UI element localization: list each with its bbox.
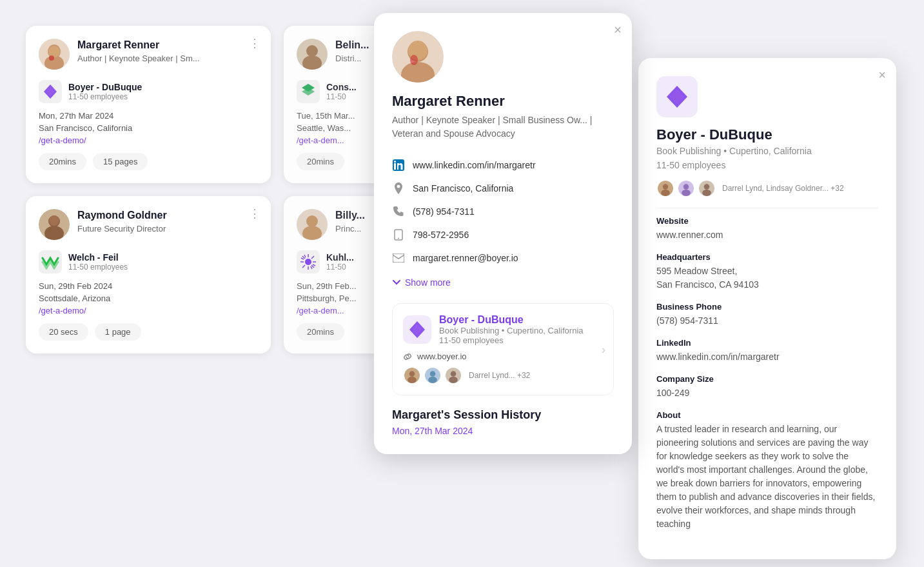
svg-point-46: [428, 377, 437, 383]
card-1-title: Author | Keynote Speaker | Sm...: [77, 54, 200, 63]
svg-point-57: [704, 184, 710, 190]
svg-point-15: [306, 215, 318, 227]
card-1-footer: 20mins 15 pages: [39, 153, 258, 170]
company-detail-name: Boyer - DuBuque: [656, 126, 878, 143]
phone-icon: [392, 205, 405, 218]
card-1-pages: 15 pages: [93, 153, 148, 170]
card-2-name: Belin...: [335, 39, 369, 52]
email-icon: [392, 252, 405, 264]
business-phone-value: (578) 954-7311: [656, 314, 878, 328]
popup-company-logo: [403, 315, 431, 344]
svg-point-54: [683, 184, 689, 190]
contact-phone-row: (578) 954-7311: [392, 200, 614, 223]
card-4-name: Billy...: [335, 209, 365, 223]
linkedin-icon: [392, 159, 405, 172]
business-phone-label: Business Phone: [656, 302, 878, 312]
show-more-label: Show more: [405, 277, 451, 288]
popup-person-avatar: [392, 31, 444, 83]
card-1-date: Mon, 27th Mar 2024: [39, 111, 258, 121]
card-margaret-renner[interactable]: Margaret Renner Author | Keynote Speaker…: [26, 26, 271, 183]
purple-diamond-icon: [41, 83, 59, 101]
card-1-company-name: Boyer - DuBuque: [68, 82, 142, 92]
contact-email-value: margaret.renner@boyer.io: [413, 253, 518, 263]
card-raymond[interactable]: Raymond Goldner Future Security Director…: [26, 196, 271, 353]
svg-point-6: [306, 45, 318, 57]
svg-point-49: [449, 377, 458, 383]
svg-point-37: [394, 161, 396, 163]
contact-linkedin-value: www.linkedin.com/in/margaretr: [413, 160, 536, 170]
svg-line-28: [301, 258, 304, 259]
emp-avatar-3: [444, 366, 462, 384]
popup-company-panel: × Boyer - DuBuque Book Publishing • Cupe…: [638, 58, 896, 559]
card-3-dots[interactable]: ⋮: [249, 206, 260, 221]
popup-person-close-button[interactable]: ×: [614, 23, 622, 36]
svg-point-34: [410, 55, 418, 65]
popup-person: × Margaret Renner Author | Keynote Speak…: [374, 13, 632, 454]
svg-point-3: [48, 46, 60, 57]
svg-marker-9: [302, 88, 315, 95]
link-icon: [403, 352, 412, 361]
card-2-duration: 20mins: [297, 153, 344, 170]
company-detail-emp-count: Darrel Lynd, Lindsay Goldner... +32: [722, 184, 844, 193]
session-history-title: Margaret's Session History: [392, 408, 614, 422]
show-more-button[interactable]: Show more: [392, 272, 451, 293]
avatar-belinda: [297, 39, 328, 70]
card-3-link[interactable]: /get-a-demo/: [39, 306, 258, 315]
svg-line-26: [304, 255, 306, 257]
popup-company-close-button[interactable]: ×: [878, 68, 886, 81]
company-detail-logo-icon: [664, 84, 690, 110]
card-3-company-name: Welch - Feil: [68, 252, 128, 263]
website-section: Website www.renner.com: [656, 216, 878, 242]
headquarters-section: Headquarters 595 Meadow Street,San Franc…: [656, 252, 878, 292]
website-label: Website: [656, 216, 878, 226]
svg-point-4: [49, 55, 54, 61]
svg-line-24: [311, 256, 314, 259]
company-emp-2: [677, 179, 695, 197]
card-4-company-name: Kuhl...: [326, 252, 354, 263]
avatar-margaret: [39, 39, 70, 70]
popup-company-employees: Darrel Lynd... +32: [403, 366, 603, 384]
popup-company-website: www.boyer.io: [417, 352, 467, 361]
location-icon: [392, 182, 405, 195]
card-3-footer: 20 secs 1 page: [39, 323, 258, 341]
card-1-company-size: 11-50 employees: [68, 92, 142, 101]
card-1-dots[interactable]: ⋮: [249, 36, 260, 50]
svg-line-27: [311, 266, 312, 269]
svg-point-48: [451, 371, 457, 377]
card-4-duration: 20mins: [297, 323, 344, 341]
mobile-icon: [392, 228, 405, 241]
card-2-company-name: Cons...: [326, 82, 357, 92]
headquarters-label: Headquarters: [656, 252, 878, 262]
contact-phone-value: (578) 954-7311: [413, 206, 475, 217]
company-detail-size: 11-50 employees: [656, 160, 878, 170]
company-emp-1: [656, 179, 674, 197]
popup-company-meta: Book Publishing • Cupertino, California: [439, 326, 584, 335]
card-2-title: Distri...: [335, 54, 369, 63]
card-3-company-row: Welch - Feil 11-50 employees: [39, 250, 258, 274]
purple-burst-icon: [299, 253, 317, 271]
svg-point-45: [430, 371, 436, 377]
card-3-date: Sun, 29th Feb 2024: [39, 281, 258, 291]
contact-location-row: San Francisco, California: [392, 177, 614, 200]
card-3-company-logo: [39, 250, 62, 274]
popup-company-name: Boyer - DuBuque: [439, 314, 584, 326]
card-1-link[interactable]: /get-a-demo/: [39, 135, 258, 145]
company-detail-employees: Darrel Lynd, Lindsay Goldner... +32: [656, 179, 878, 197]
green-zigzag-icon: [41, 254, 59, 270]
avatar-raymond: [39, 209, 70, 240]
avatar-billy: [297, 209, 328, 240]
svg-point-51: [663, 184, 669, 190]
card-4-title: Princ...: [335, 224, 365, 234]
company-detail-logo: [656, 76, 698, 117]
company-size-value: 100-249: [656, 386, 878, 400]
card-3-name: Raymond Goldner: [77, 209, 167, 223]
svg-rect-36: [394, 163, 396, 170]
website-value: www.renner.com: [656, 228, 878, 242]
popup-company-size: 11-50 employees: [439, 335, 584, 345]
company-size-section: Company Size 100-249: [656, 374, 878, 400]
linkedin-value: www.linkedin.com/in/margaretr: [656, 350, 878, 364]
popup-company-card[interactable]: Boyer - DuBuque Book Publishing • Cupert…: [392, 303, 614, 395]
about-label: About: [656, 410, 878, 420]
emp-avatar-1: [403, 366, 421, 384]
headquarters-value: 595 Meadow Street,San Francisco, CA 9410…: [656, 264, 878, 292]
